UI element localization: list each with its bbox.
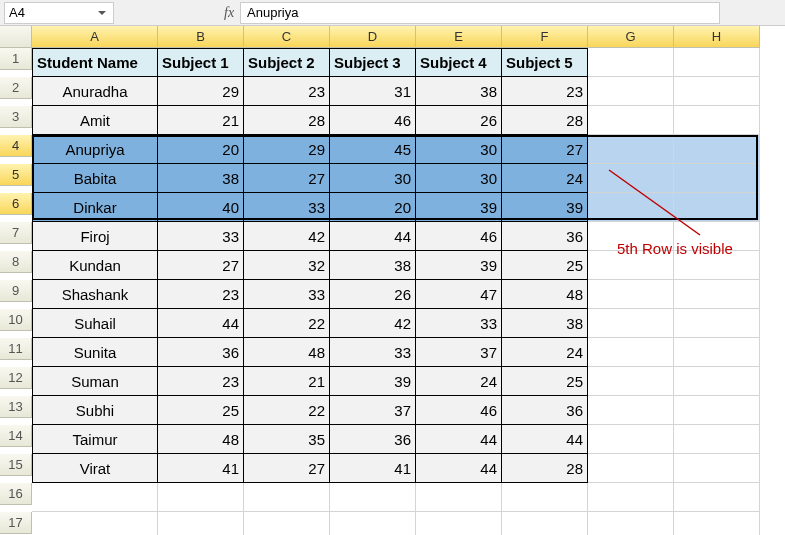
subject1-7[interactable]: 23 (158, 280, 244, 309)
subject5-6[interactable]: 25 (502, 251, 588, 280)
cell-G12[interactable] (588, 367, 674, 396)
subject5-3[interactable]: 24 (502, 164, 588, 193)
cell-H12[interactable] (674, 367, 760, 396)
col-header-A[interactable]: A (32, 26, 158, 48)
student-name-7[interactable]: Shashank (32, 280, 158, 309)
subject3-1[interactable]: 46 (330, 106, 416, 135)
row-header-1[interactable]: 1 (0, 48, 32, 70)
subject5-8[interactable]: 38 (502, 309, 588, 338)
student-name-0[interactable]: Anuradha (32, 77, 158, 106)
student-name-11[interactable]: Subhi (32, 396, 158, 425)
cell-E16[interactable] (416, 483, 502, 512)
subject4-8[interactable]: 33 (416, 309, 502, 338)
cell-A16[interactable] (32, 483, 158, 512)
student-name-6[interactable]: Kundan (32, 251, 158, 280)
subject5-10[interactable]: 25 (502, 367, 588, 396)
cell-G15[interactable] (588, 454, 674, 483)
row-header-17[interactable]: 17 (0, 512, 32, 534)
subject2-0[interactable]: 23 (244, 77, 330, 106)
subject3-10[interactable]: 39 (330, 367, 416, 396)
subject5-12[interactable]: 44 (502, 425, 588, 454)
col-header-G[interactable]: G (588, 26, 674, 48)
formula-input[interactable]: Anupriya (240, 2, 720, 24)
subject3-12[interactable]: 36 (330, 425, 416, 454)
subject4-12[interactable]: 44 (416, 425, 502, 454)
table-header-1[interactable]: Subject 1 (158, 48, 244, 77)
row-header-3[interactable]: 3 (0, 106, 32, 128)
cell-C17[interactable] (244, 512, 330, 535)
subject5-9[interactable]: 24 (502, 338, 588, 367)
subject2-2[interactable]: 29 (244, 135, 330, 164)
row-header-9[interactable]: 9 (0, 280, 32, 302)
subject5-7[interactable]: 48 (502, 280, 588, 309)
name-box[interactable]: A4 (4, 2, 114, 24)
row-header-6[interactable]: 6 (0, 193, 32, 215)
cell-H11[interactable] (674, 338, 760, 367)
cell-H15[interactable] (674, 454, 760, 483)
cell-G13[interactable] (588, 396, 674, 425)
cell-H14[interactable] (674, 425, 760, 454)
subject4-7[interactable]: 47 (416, 280, 502, 309)
row-header-11[interactable]: 11 (0, 338, 32, 360)
col-header-E[interactable]: E (416, 26, 502, 48)
subject1-6[interactable]: 27 (158, 251, 244, 280)
subject2-8[interactable]: 22 (244, 309, 330, 338)
cell-C16[interactable] (244, 483, 330, 512)
subject4-6[interactable]: 39 (416, 251, 502, 280)
table-header-2[interactable]: Subject 2 (244, 48, 330, 77)
cell-H3[interactable] (674, 106, 760, 135)
row-header-14[interactable]: 14 (0, 425, 32, 447)
subject1-1[interactable]: 21 (158, 106, 244, 135)
subject5-13[interactable]: 28 (502, 454, 588, 483)
cell-G9[interactable] (588, 280, 674, 309)
subject1-5[interactable]: 33 (158, 222, 244, 251)
cell-H13[interactable] (674, 396, 760, 425)
cell-G11[interactable] (588, 338, 674, 367)
cell-H16[interactable] (674, 483, 760, 512)
student-name-5[interactable]: Firoj (32, 222, 158, 251)
row-header-7[interactable]: 7 (0, 222, 32, 244)
subject1-0[interactable]: 29 (158, 77, 244, 106)
subject4-5[interactable]: 46 (416, 222, 502, 251)
cell-F16[interactable] (502, 483, 588, 512)
subject1-10[interactable]: 23 (158, 367, 244, 396)
row-header-8[interactable]: 8 (0, 251, 32, 273)
subject4-13[interactable]: 44 (416, 454, 502, 483)
student-name-10[interactable]: Suman (32, 367, 158, 396)
cell-H6[interactable] (674, 193, 760, 222)
row-header-16[interactable]: 16 (0, 483, 32, 505)
student-name-12[interactable]: Taimur (32, 425, 158, 454)
col-header-D[interactable]: D (330, 26, 416, 48)
cell-G17[interactable] (588, 512, 674, 535)
subject4-10[interactable]: 24 (416, 367, 502, 396)
subject5-11[interactable]: 36 (502, 396, 588, 425)
subject3-11[interactable]: 37 (330, 396, 416, 425)
cell-G14[interactable] (588, 425, 674, 454)
row-header-10[interactable]: 10 (0, 309, 32, 331)
subject3-6[interactable]: 38 (330, 251, 416, 280)
subject3-0[interactable]: 31 (330, 77, 416, 106)
subject5-0[interactable]: 23 (502, 77, 588, 106)
subject4-2[interactable]: 30 (416, 135, 502, 164)
row-header-4[interactable]: 4 (0, 135, 32, 157)
student-name-9[interactable]: Sunita (32, 338, 158, 367)
cell-F17[interactable] (502, 512, 588, 535)
cell-H1[interactable] (674, 48, 760, 77)
subject1-13[interactable]: 41 (158, 454, 244, 483)
select-all-corner[interactable] (0, 26, 32, 48)
cell-G1[interactable] (588, 48, 674, 77)
student-name-4[interactable]: Dinkar (32, 193, 158, 222)
fx-icon[interactable]: fx (218, 5, 240, 21)
subject3-13[interactable]: 41 (330, 454, 416, 483)
subject5-2[interactable]: 27 (502, 135, 588, 164)
subject4-9[interactable]: 37 (416, 338, 502, 367)
subject3-9[interactable]: 33 (330, 338, 416, 367)
subject2-7[interactable]: 33 (244, 280, 330, 309)
subject2-6[interactable]: 32 (244, 251, 330, 280)
cell-G5[interactable] (588, 164, 674, 193)
table-header-4[interactable]: Subject 4 (416, 48, 502, 77)
cell-E17[interactable] (416, 512, 502, 535)
subject5-4[interactable]: 39 (502, 193, 588, 222)
row-header-2[interactable]: 2 (0, 77, 32, 99)
cell-D16[interactable] (330, 483, 416, 512)
